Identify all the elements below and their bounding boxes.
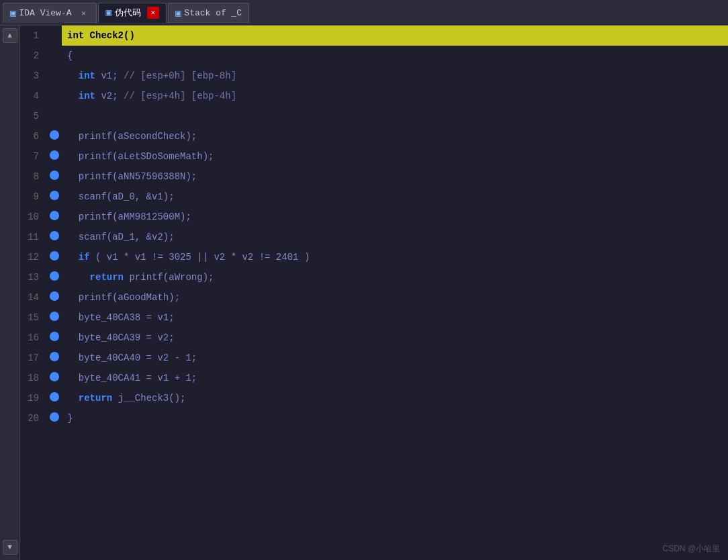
table-row: 3 int v1; // [esp+0h] [ebp-8h]	[20, 66, 728, 86]
line-number: 3	[20, 66, 47, 86]
line-number: 18	[20, 368, 47, 388]
breakpoint-dot	[50, 352, 59, 361]
code-line: printf(aNN57596388N);	[62, 167, 728, 187]
breakpoint-dot	[50, 372, 59, 381]
breakpoint-dot	[50, 251, 59, 261]
scroll-up-button[interactable]: ▲	[3, 28, 17, 43]
line-number: 13	[20, 267, 47, 287]
breakpoint-col[interactable]	[47, 187, 62, 207]
breakpoint-col[interactable]	[47, 388, 62, 408]
code-line: printf(aGoodMath);	[62, 287, 728, 308]
tab-icon-ida: ▣	[10, 7, 15, 19]
code-line: return j__Check3();	[62, 388, 728, 408]
breakpoint-dot	[50, 392, 59, 402]
table-row: 1int Check2()	[20, 26, 728, 46]
tab-ida-view[interactable]: ▣ IDA View-A ✕	[3, 3, 97, 23]
breakpoint-col[interactable]	[47, 348, 62, 368]
table-row: 7 printf(aLetSDoSomeMath);	[20, 146, 728, 167]
breakpoint-col[interactable]	[47, 287, 62, 308]
breakpoint-dot	[50, 130, 59, 140]
code-line: int v2; // [esp+4h] [ebp-4h]	[62, 86, 728, 106]
line-number: 11	[20, 227, 47, 247]
line-number: 9	[20, 187, 47, 207]
tab-label-stack: Stack of _C	[184, 8, 242, 18]
line-number: 16	[20, 328, 47, 348]
line-number: 5	[20, 106, 47, 126]
scroll-down-button[interactable]: ▼	[3, 540, 17, 555]
table-row: 12 if ( v1 * v1 != 3025 || v2 * v2 != 24…	[20, 247, 728, 267]
tab-pseudocode[interactable]: ▣ 伪代码 ✕	[98, 3, 166, 23]
tab-label-ida: IDA View-A	[19, 8, 71, 18]
line-number: 20	[20, 408, 47, 428]
code-line: int v1; // [esp+0h] [ebp-8h]	[62, 66, 728, 86]
line-number: 15	[20, 308, 47, 328]
breakpoint-dot	[50, 211, 59, 220]
line-number: 8	[20, 167, 47, 187]
breakpoint-col[interactable]	[47, 86, 62, 106]
table-row: 4 int v2; // [esp+4h] [ebp-4h]	[20, 86, 728, 106]
line-number: 12	[20, 247, 47, 267]
line-number: 4	[20, 86, 47, 106]
breakpoint-col[interactable]	[47, 167, 62, 187]
tab-close-ida[interactable]: ✕	[77, 7, 89, 19]
code-line: printf(aLetSDoSomeMath);	[62, 146, 728, 167]
breakpoint-col[interactable]	[47, 106, 62, 126]
code-line: return printf(aWrong);	[62, 267, 728, 287]
tab-bar: ▣ IDA View-A ✕ ▣ 伪代码 ✕ ▣ Stack of _C	[0, 0, 728, 26]
code-line: int Check2()	[62, 26, 728, 46]
table-row: 15 byte_40CA38 = v1;	[20, 308, 728, 328]
code-line: {	[62, 46, 728, 66]
code-line	[62, 106, 728, 126]
table-row: 8 printf(aNN57596388N);	[20, 167, 728, 187]
code-table: 1int Check2()2{3 int v1; // [esp+0h] [eb…	[20, 26, 728, 428]
table-row: 5	[20, 106, 728, 126]
table-row: 10 printf(aMM9812500M);	[20, 207, 728, 227]
line-number: 6	[20, 126, 47, 146]
breakpoint-col[interactable]	[47, 328, 62, 348]
breakpoint-dot	[50, 150, 59, 160]
breakpoint-col[interactable]	[47, 368, 62, 388]
table-row: 2{	[20, 46, 728, 66]
breakpoint-col[interactable]	[47, 26, 62, 46]
line-number: 10	[20, 207, 47, 227]
line-number: 14	[20, 287, 47, 308]
table-row: 6 printf(aSecondCheck);	[20, 126, 728, 146]
line-number: 7	[20, 146, 47, 167]
breakpoint-dot	[50, 191, 59, 200]
breakpoint-col[interactable]	[47, 227, 62, 247]
table-row: 17 byte_40CA40 = v2 - 1;	[20, 348, 728, 368]
code-line: scanf(aD_0, &v1);	[62, 187, 728, 207]
breakpoint-dot	[50, 412, 59, 422]
tab-icon-stack: ▣	[175, 7, 181, 19]
breakpoint-col[interactable]	[47, 146, 62, 167]
watermark: CSDN @小哈里	[662, 543, 720, 555]
breakpoint-col[interactable]	[47, 247, 62, 267]
breakpoint-dot	[50, 231, 59, 240]
table-row: 13 return printf(aWrong);	[20, 267, 728, 287]
tab-close-pseudo[interactable]: ✕	[147, 7, 159, 19]
table-row: 18 byte_40CA41 = v1 + 1;	[20, 368, 728, 388]
breakpoint-col[interactable]	[47, 408, 62, 428]
line-number: 2	[20, 46, 47, 66]
code-line: byte_40CA39 = v2;	[62, 328, 728, 348]
breakpoint-col[interactable]	[47, 126, 62, 146]
breakpoint-dot	[50, 271, 59, 281]
side-panel: ▲ ▼	[0, 26, 20, 560]
code-line: byte_40CA40 = v2 - 1;	[62, 348, 728, 368]
code-line: scanf(aD_1, &v2);	[62, 227, 728, 247]
breakpoint-col[interactable]	[47, 308, 62, 328]
main-area: ▲ ▼ 1int Check2()2{3 int v1; // [esp+0h]…	[0, 26, 728, 560]
line-number: 1	[20, 26, 47, 46]
table-row: 16 byte_40CA39 = v2;	[20, 328, 728, 348]
breakpoint-dot	[50, 171, 59, 180]
breakpoint-col[interactable]	[47, 207, 62, 227]
breakpoint-col[interactable]	[47, 66, 62, 86]
breakpoint-dot	[50, 312, 59, 321]
table-row: 19 return j__Check3();	[20, 388, 728, 408]
breakpoint-dot	[50, 291, 59, 301]
breakpoint-col[interactable]	[47, 46, 62, 66]
code-line: byte_40CA41 = v1 + 1;	[62, 368, 728, 388]
tab-stack[interactable]: ▣ Stack of _C	[168, 3, 249, 23]
breakpoint-col[interactable]	[47, 267, 62, 287]
code-area[interactable]: 1int Check2()2{3 int v1; // [esp+0h] [eb…	[20, 26, 728, 560]
